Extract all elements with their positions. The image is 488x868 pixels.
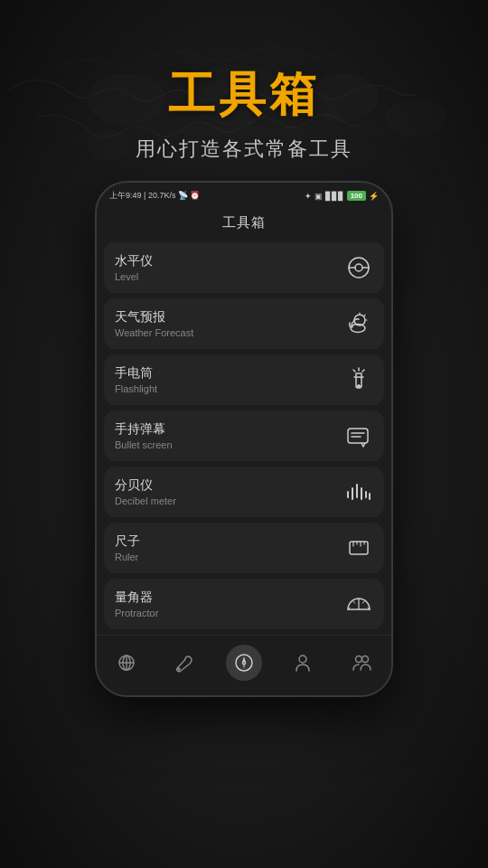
weather-title-en: Weather Forecast xyxy=(115,327,193,338)
menu-item-decibel-text: 分贝仪 Decibel meter xyxy=(115,477,176,506)
hero-section: 工具箱 用心打造各式常备工具 xyxy=(0,0,488,181)
bottom-nav xyxy=(97,635,391,695)
flashlight-title-en: Flashlight xyxy=(115,383,157,394)
svg-point-48 xyxy=(299,656,306,663)
menu-item-weather-text: 天气预报 Weather Forecast xyxy=(115,309,193,338)
weather-title-zh: 天气预报 xyxy=(115,309,193,326)
level-title-en: Level xyxy=(115,271,153,282)
ruler-icon xyxy=(344,533,373,562)
flashlight-icon xyxy=(344,365,373,394)
hero-title: 工具箱 xyxy=(0,63,488,127)
bullet-title-zh: 手持弹幕 xyxy=(115,421,173,438)
menu-list: 水平仪 Level 天气预报 Weather Forecast xyxy=(97,242,391,629)
decibel-title-en: Decibel meter xyxy=(115,495,176,506)
weather-icon xyxy=(344,309,373,338)
flashlight-title-zh: 手电筒 xyxy=(115,365,157,382)
menu-item-flashlight[interactable]: 手电筒 Flashlight xyxy=(104,354,384,405)
svg-rect-19 xyxy=(348,429,368,443)
menu-item-level[interactable]: 水平仪 Level xyxy=(104,242,384,293)
bullet-title-en: Bullet screen xyxy=(115,439,173,450)
menu-item-bullet-text: 手持弹幕 Bullet screen xyxy=(115,421,173,450)
hero-subtitle: 用心打造各式常备工具 xyxy=(0,136,488,163)
battery-icon: 100 xyxy=(347,191,366,201)
status-time: 上午9:49 | 20.7K/s 📡 ⏰ xyxy=(109,190,200,202)
menu-item-flashlight-text: 手电筒 Flashlight xyxy=(115,365,157,394)
nav-item-person2[interactable] xyxy=(343,645,380,681)
svg-line-12 xyxy=(364,315,365,316)
level-title-zh: 水平仪 xyxy=(115,253,153,269)
menu-item-level-text: 水平仪 Level xyxy=(115,253,153,282)
menu-item-ruler-text: 尺子 Ruler xyxy=(115,533,140,562)
app-header: 工具箱 xyxy=(97,205,391,242)
nav-item-compass[interactable] xyxy=(226,645,262,681)
svg-line-37 xyxy=(353,601,355,603)
level-icon xyxy=(344,253,373,282)
svg-line-17 xyxy=(362,370,364,372)
svg-point-18 xyxy=(358,385,361,388)
status-icons: ✦ ▣ ▊▊▊ 100 ⚡ xyxy=(305,191,379,201)
ruler-title-en: Ruler xyxy=(115,552,140,562)
charging-icon: ⚡ xyxy=(369,192,379,201)
menu-item-weather[interactable]: 天气预报 Weather Forecast xyxy=(104,298,384,349)
menu-item-decibel[interactable]: 分贝仪 Decibel meter xyxy=(104,467,384,517)
nav-item-wrench[interactable] xyxy=(167,645,203,681)
signal-icon: ▊▊▊ xyxy=(325,192,344,201)
wifi-icon: ▣ xyxy=(314,192,323,201)
menu-item-ruler[interactable]: 尺子 Ruler xyxy=(104,523,384,573)
status-bar: 上午9:49 | 20.7K/s 📡 ⏰ ✦ ▣ ▊▊▊ 100 ⚡ xyxy=(97,183,391,205)
nav-item-person[interactable] xyxy=(285,645,321,681)
bluetooth-icon: ✦ xyxy=(305,192,312,201)
protractor-title-en: Protractor xyxy=(115,608,158,618)
svg-point-49 xyxy=(356,656,362,663)
svg-point-50 xyxy=(362,656,369,663)
menu-item-bullet[interactable]: 手持弹幕 Bullet screen xyxy=(104,410,384,461)
decibel-title-zh: 分贝仪 xyxy=(115,477,176,494)
phone-mockup: 上午9:49 | 20.7K/s 📡 ⏰ ✦ ▣ ▊▊▊ 100 ⚡ 工具箱 水… xyxy=(95,181,393,697)
bullet-icon xyxy=(344,421,373,450)
menu-item-protractor-text: 量角器 Protractor xyxy=(115,590,158,618)
svg-point-47 xyxy=(242,662,245,665)
protractor-icon xyxy=(344,590,373,618)
svg-point-6 xyxy=(355,264,362,271)
svg-line-16 xyxy=(353,370,355,372)
svg-point-43 xyxy=(178,668,180,670)
nav-item-home[interactable] xyxy=(108,645,145,681)
app-title: 工具箱 xyxy=(222,214,266,230)
menu-item-protractor[interactable]: 量角器 Protractor xyxy=(104,579,384,629)
protractor-title-zh: 量角器 xyxy=(115,590,158,606)
decibel-icon xyxy=(344,477,373,506)
svg-rect-28 xyxy=(350,542,368,554)
ruler-title-zh: 尺子 xyxy=(115,533,140,550)
svg-line-38 xyxy=(363,601,365,603)
